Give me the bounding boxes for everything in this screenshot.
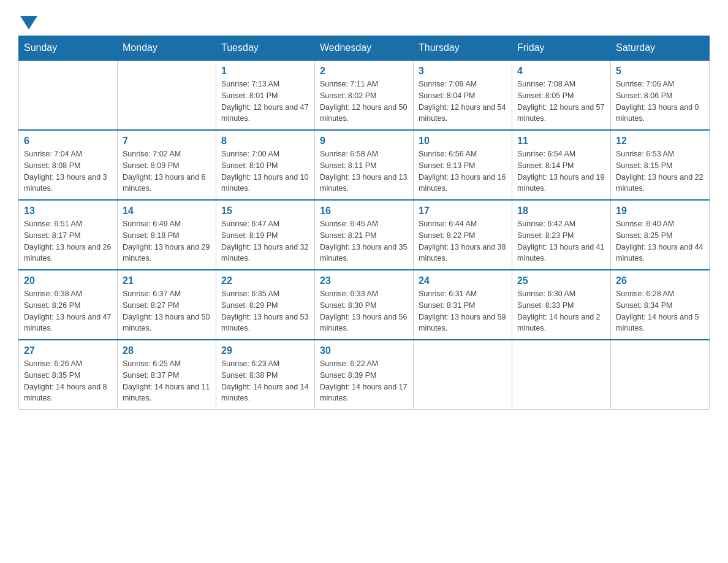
day-number: 23: [320, 275, 408, 286]
calendar-day-cell: 3Sunrise: 7:09 AMSunset: 8:04 PMDaylight…: [414, 60, 512, 130]
day-number: 1: [221, 66, 309, 77]
day-number: 22: [221, 275, 309, 286]
day-number: 11: [517, 136, 605, 147]
calendar-header-row: SundayMondayTuesdayWednesdayThursdayFrid…: [19, 36, 710, 61]
calendar-day-cell: 8Sunrise: 7:00 AMSunset: 8:10 PMDaylight…: [216, 130, 315, 200]
calendar-day-cell: 30Sunrise: 6:22 AMSunset: 8:39 PMDayligh…: [315, 340, 414, 410]
day-number: 24: [419, 275, 507, 286]
sun-info: Sunrise: 6:47 AMSunset: 8:19 PMDaylight:…: [221, 218, 309, 264]
calendar-day-cell: 26Sunrise: 6:28 AMSunset: 8:34 PMDayligh…: [611, 270, 710, 340]
calendar-day-cell: 9Sunrise: 6:58 AMSunset: 8:11 PMDaylight…: [315, 130, 414, 200]
sun-info: Sunrise: 6:25 AMSunset: 8:37 PMDaylight:…: [123, 358, 211, 404]
day-number: 25: [517, 275, 605, 286]
calendar-day-cell: 16Sunrise: 6:45 AMSunset: 8:21 PMDayligh…: [315, 200, 414, 270]
day-number: 6: [24, 136, 112, 147]
day-number: 14: [123, 205, 211, 216]
sun-info: Sunrise: 6:58 AMSunset: 8:11 PMDaylight:…: [320, 148, 408, 194]
calendar-day-cell: [611, 340, 710, 410]
sun-info: Sunrise: 6:54 AMSunset: 8:14 PMDaylight:…: [517, 148, 605, 194]
sun-info: Sunrise: 6:56 AMSunset: 8:13 PMDaylight:…: [419, 148, 507, 194]
sun-info: Sunrise: 7:06 AMSunset: 8:06 PMDaylight:…: [616, 79, 704, 124]
day-number: 27: [24, 345, 112, 356]
logo-triangle-icon: [20, 16, 37, 29]
calendar-day-cell: 1Sunrise: 7:13 AMSunset: 8:01 PMDaylight…: [216, 60, 315, 130]
calendar-day-header: Thursday: [414, 36, 512, 61]
day-number: 8: [221, 136, 309, 147]
calendar-day-cell: [512, 340, 611, 410]
calendar-day-cell: 12Sunrise: 6:53 AMSunset: 8:15 PMDayligh…: [611, 130, 710, 200]
sun-info: Sunrise: 6:42 AMSunset: 8:23 PMDaylight:…: [517, 218, 605, 264]
day-number: 16: [320, 205, 408, 216]
day-number: 9: [320, 136, 408, 147]
calendar-day-header: Friday: [512, 36, 611, 61]
calendar-day-cell: 5Sunrise: 7:06 AMSunset: 8:06 PMDaylight…: [611, 60, 710, 130]
sun-info: Sunrise: 7:13 AMSunset: 8:01 PMDaylight:…: [221, 79, 309, 124]
day-number: 17: [419, 205, 507, 216]
calendar-day-cell: 4Sunrise: 7:08 AMSunset: 8:05 PMDaylight…: [512, 60, 611, 130]
calendar-week-row: 27Sunrise: 6:26 AMSunset: 8:35 PMDayligh…: [19, 340, 710, 410]
day-number: 28: [123, 345, 211, 356]
day-number: 19: [616, 205, 704, 216]
calendar-day-cell: 22Sunrise: 6:35 AMSunset: 8:29 PMDayligh…: [216, 270, 315, 340]
sun-info: Sunrise: 7:11 AMSunset: 8:02 PMDaylight:…: [320, 79, 408, 124]
calendar-day-header: Wednesday: [315, 36, 414, 61]
calendar-day-header: Sunday: [19, 36, 118, 61]
calendar-day-cell: 11Sunrise: 6:54 AMSunset: 8:14 PMDayligh…: [512, 130, 611, 200]
day-number: 2: [320, 66, 408, 77]
calendar-week-row: 13Sunrise: 6:51 AMSunset: 8:17 PMDayligh…: [19, 200, 710, 270]
calendar-day-cell: 20Sunrise: 6:38 AMSunset: 8:26 PMDayligh…: [19, 270, 118, 340]
calendar-day-cell: 24Sunrise: 6:31 AMSunset: 8:31 PMDayligh…: [414, 270, 512, 340]
sun-info: Sunrise: 6:45 AMSunset: 8:21 PMDaylight:…: [320, 218, 408, 264]
calendar-day-cell: [19, 60, 118, 130]
sun-info: Sunrise: 6:35 AMSunset: 8:29 PMDaylight:…: [221, 288, 309, 334]
sun-info: Sunrise: 6:51 AMSunset: 8:17 PMDaylight:…: [24, 218, 112, 264]
calendar-day-cell: 6Sunrise: 7:04 AMSunset: 8:08 PMDaylight…: [19, 130, 118, 200]
sun-info: Sunrise: 6:38 AMSunset: 8:26 PMDaylight:…: [24, 288, 112, 334]
day-number: 13: [24, 205, 112, 216]
day-number: 7: [123, 136, 211, 147]
day-number: 5: [616, 66, 704, 77]
sun-info: Sunrise: 6:28 AMSunset: 8:34 PMDaylight:…: [616, 288, 704, 334]
calendar-week-row: 1Sunrise: 7:13 AMSunset: 8:01 PMDaylight…: [19, 60, 710, 130]
calendar-day-cell: [414, 340, 512, 410]
sun-info: Sunrise: 7:09 AMSunset: 8:04 PMDaylight:…: [419, 79, 507, 124]
sun-info: Sunrise: 6:23 AMSunset: 8:38 PMDaylight:…: [221, 358, 309, 404]
calendar-day-cell: 25Sunrise: 6:30 AMSunset: 8:33 PMDayligh…: [512, 270, 611, 340]
sun-info: Sunrise: 6:40 AMSunset: 8:25 PMDaylight:…: [616, 218, 704, 264]
calendar-week-row: 6Sunrise: 7:04 AMSunset: 8:08 PMDaylight…: [19, 130, 710, 200]
calendar-day-header: Tuesday: [216, 36, 315, 61]
day-number: 3: [419, 66, 507, 77]
calendar-day-cell: 2Sunrise: 7:11 AMSunset: 8:02 PMDaylight…: [315, 60, 414, 130]
calendar-day-cell: 18Sunrise: 6:42 AMSunset: 8:23 PMDayligh…: [512, 200, 611, 270]
sun-info: Sunrise: 6:22 AMSunset: 8:39 PMDaylight:…: [320, 358, 408, 404]
calendar-day-cell: 14Sunrise: 6:49 AMSunset: 8:18 PMDayligh…: [118, 200, 216, 270]
day-number: 29: [221, 345, 309, 356]
calendar-day-header: Saturday: [611, 36, 710, 61]
calendar-day-cell: 23Sunrise: 6:33 AMSunset: 8:30 PMDayligh…: [315, 270, 414, 340]
day-number: 26: [616, 275, 704, 286]
calendar-day-cell: [118, 60, 216, 130]
page-header: [18, 12, 710, 29]
sun-info: Sunrise: 6:37 AMSunset: 8:27 PMDaylight:…: [123, 288, 211, 334]
calendar-day-cell: 27Sunrise: 6:26 AMSunset: 8:35 PMDayligh…: [19, 340, 118, 410]
day-number: 21: [123, 275, 211, 286]
day-number: 15: [221, 205, 309, 216]
day-number: 12: [616, 136, 704, 147]
sun-info: Sunrise: 7:02 AMSunset: 8:09 PMDaylight:…: [123, 148, 211, 194]
sun-info: Sunrise: 6:49 AMSunset: 8:18 PMDaylight:…: [123, 218, 211, 264]
calendar-day-cell: 21Sunrise: 6:37 AMSunset: 8:27 PMDayligh…: [118, 270, 216, 340]
calendar-day-cell: 7Sunrise: 7:02 AMSunset: 8:09 PMDaylight…: [118, 130, 216, 200]
calendar-day-cell: 28Sunrise: 6:25 AMSunset: 8:37 PMDayligh…: [118, 340, 216, 410]
logo: [18, 12, 37, 29]
sun-info: Sunrise: 6:30 AMSunset: 8:33 PMDaylight:…: [517, 288, 605, 334]
day-number: 20: [24, 275, 112, 286]
calendar-table: SundayMondayTuesdayWednesdayThursdayFrid…: [18, 36, 710, 410]
sun-info: Sunrise: 7:00 AMSunset: 8:10 PMDaylight:…: [221, 148, 309, 194]
calendar-day-cell: 17Sunrise: 6:44 AMSunset: 8:22 PMDayligh…: [414, 200, 512, 270]
sun-info: Sunrise: 7:08 AMSunset: 8:05 PMDaylight:…: [517, 79, 605, 124]
day-number: 30: [320, 345, 408, 356]
calendar-day-header: Monday: [118, 36, 216, 61]
calendar-day-cell: 13Sunrise: 6:51 AMSunset: 8:17 PMDayligh…: [19, 200, 118, 270]
calendar-day-cell: 19Sunrise: 6:40 AMSunset: 8:25 PMDayligh…: [611, 200, 710, 270]
sun-info: Sunrise: 7:04 AMSunset: 8:08 PMDaylight:…: [24, 148, 112, 194]
